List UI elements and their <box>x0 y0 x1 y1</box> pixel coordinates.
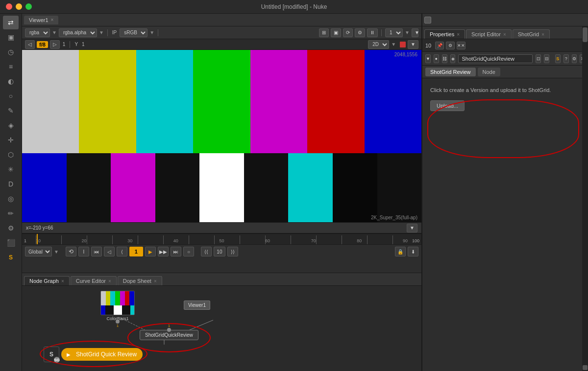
play-fwd-btn[interactable]: ▶ <box>145 247 156 256</box>
toolbar-particles-icon[interactable]: ✳ <box>3 162 19 176</box>
toolbar-arrow-icon[interactable]: ⇄ <box>3 16 19 29</box>
prop-tab-shotgrid-review[interactable]: ShotGrid Review <box>425 68 476 76</box>
sg-play-btn[interactable]: ▶ <box>64 350 73 359</box>
toolbar-layers-icon[interactable]: ◈ <box>3 118 19 132</box>
prev-btn[interactable]: ◁ <box>104 247 115 256</box>
play-mode-select[interactable]: Global <box>25 247 52 256</box>
colorspace-select[interactable]: sRGB <box>120 28 147 37</box>
tab-curve-editor-close[interactable]: × <box>108 278 111 284</box>
toolbar-d-icon[interactable]: D <box>3 177 19 191</box>
alpha-select[interactable]: rgba.alpha <box>59 28 97 37</box>
node-help-btn[interactable]: ? <box>564 54 569 63</box>
toolbar-transform-icon[interactable]: ✛ <box>3 133 19 147</box>
tab-properties-close[interactable]: × <box>457 32 460 37</box>
viewer-chevron-down-2[interactable]: ▼ <box>407 224 417 232</box>
node-settings2-btn[interactable]: ⚙ <box>572 54 577 63</box>
colorbars1-node[interactable]: ColorBars1 1 <box>100 291 135 321</box>
tab-node-graph-close[interactable]: × <box>61 278 64 284</box>
node-name-input[interactable]: ShotGridQuickReview <box>458 54 533 63</box>
toolbar-draw-icon[interactable]: ✎ <box>3 104 19 117</box>
scrollbar-thumb-bottom[interactable] <box>583 365 588 370</box>
maximize-button[interactable] <box>25 3 32 10</box>
step-back-x-btn[interactable]: ⟨⟨ <box>201 247 212 256</box>
node-collapse-btn[interactable]: ▼ <box>425 54 431 63</box>
toolbar-3d-icon[interactable]: ⬡ <box>3 148 19 162</box>
frame-input[interactable] <box>129 247 143 256</box>
tab-script-editor[interactable]: Script Editor × <box>466 29 512 39</box>
tab-shotgrid-close[interactable]: × <box>541 32 544 37</box>
viewer-icon-settings[interactable]: ⚙ <box>355 28 365 37</box>
step-back-btn[interactable]: ⟨ <box>117 247 127 256</box>
mode-select[interactable]: 2D <box>368 40 389 49</box>
skip-start-btn[interactable]: ⏮ <box>91 247 102 256</box>
toolbar-lock-icon[interactable]: ⬛ <box>3 236 19 250</box>
play-fwd-fast-btn[interactable]: ▶▶ <box>158 247 169 256</box>
tab-script-editor-close[interactable]: × <box>503 32 506 37</box>
main-container: ⇄ ▣ ◷ ≡ ◐ ○ ✎ ◈ ✛ ⬡ ✳ D ◎ ✏ ⚙ ⬛ S Viewer… <box>0 14 588 371</box>
tab-shotgrid-label: ShotGrid <box>518 31 539 37</box>
in-point-btn[interactable]: I <box>78 247 89 256</box>
pluge-black2 <box>155 153 200 222</box>
view-options-btn[interactable]: ▼ <box>408 40 418 49</box>
sg-plugin-item[interactable]: ▶ ShotGrid Quick Review <box>61 348 143 361</box>
node-graph-canvas[interactable]: ColorBars1 1 Viewer1 ShotGridQuickReview… <box>22 286 421 371</box>
tab-dope-sheet-close[interactable]: × <box>154 278 157 284</box>
ruler-90: 90 <box>403 238 408 243</box>
separator-2 <box>158 29 158 36</box>
props-pin-btn[interactable]: 📌 <box>435 42 444 49</box>
toolbar-gear-icon[interactable]: ⚙ <box>3 221 19 235</box>
upload-button[interactable]: Upload... <box>430 100 465 111</box>
step-fwd-x-btn[interactable]: ⟩⟩ <box>227 247 238 256</box>
step-input[interactable] <box>214 247 225 256</box>
toolbar-viewer-icon[interactable]: ▣ <box>3 30 19 44</box>
viewer-chevron-down[interactable]: ▼ <box>412 28 418 37</box>
toolbar-globe-icon[interactable]: ◐ <box>3 74 19 88</box>
tab-curve-editor[interactable]: Curve Editor × <box>71 276 117 285</box>
separator-3 <box>381 29 382 36</box>
shotgrid-quick-review-node[interactable]: ShotGridQuickReview 1 <box>140 330 198 340</box>
next-frame-btn[interactable]: ▷ <box>50 40 60 49</box>
viewer-icon-grid[interactable]: ⊞ <box>319 28 329 37</box>
viewer1-tab[interactable]: Viewer1 × <box>24 16 58 24</box>
toolbar-paint-icon[interactable]: ✏ <box>3 207 19 220</box>
tab-dope-sheet-label: Dope Sheet <box>123 278 151 284</box>
skip-end-btn[interactable]: ⏭ <box>171 247 181 256</box>
toolbar-circle-icon[interactable]: ○ <box>3 89 19 103</box>
lock-btn[interactable]: 🔒 <box>395 247 406 256</box>
recycle-btn[interactable]: ⟲ <box>66 247 76 256</box>
props-settings-btn[interactable]: ⚙ <box>446 42 455 49</box>
viewer1-node[interactable]: Viewer1 <box>184 301 210 310</box>
toolbar-sg-icon[interactable]: S <box>3 251 19 264</box>
bottom-tabs: Node Graph × Curve Editor × Dope Sheet × <box>22 273 421 286</box>
node-maximize-btn[interactable]: ⊡ <box>536 54 541 63</box>
zoom-select[interactable]: 1:1 <box>385 28 403 37</box>
channel-select[interactable]: rgba <box>25 28 50 37</box>
node-eye-btn[interactable]: ● <box>434 54 439 63</box>
props-close-all-btn[interactable]: ✕✕ <box>457 42 466 49</box>
prop-tab-node[interactable]: Node <box>478 68 500 76</box>
node-bookmark-btn[interactable]: ◈ <box>450 54 456 63</box>
scrollbar-thumb-top[interactable] <box>583 27 588 42</box>
tab-dope-sheet[interactable]: Dope Sheet × <box>118 276 162 285</box>
right-scrollbar[interactable] <box>582 26 588 371</box>
window-controls[interactable] <box>6 3 32 10</box>
toolbar-list-icon[interactable]: ≡ <box>3 60 19 73</box>
viewer-icon-refresh[interactable]: ⟳ <box>343 28 353 37</box>
viewer-icon-compare[interactable]: ▣ <box>331 28 341 37</box>
close-button[interactable] <box>6 3 12 10</box>
minimize-button[interactable] <box>16 3 22 10</box>
tab-node-graph[interactable]: Node Graph × <box>24 276 70 285</box>
tab-shotgrid[interactable]: ShotGrid × <box>513 29 550 39</box>
record-btn[interactable]: ⬇ <box>408 247 418 256</box>
loop-btn[interactable]: ○ <box>183 247 194 256</box>
node-chain-btn[interactable]: ⛓ <box>442 54 447 63</box>
viewer-icon-pause[interactable]: ⏸ <box>367 28 378 37</box>
tab-properties[interactable]: Properties × <box>424 29 465 39</box>
node-s-btn[interactable]: S <box>555 54 561 63</box>
prev-frame-btn[interactable]: ◁ <box>25 40 35 49</box>
viewer-canvas[interactable]: 2048,1556 2K_Super_35(full-ap) <box>22 50 421 222</box>
toolbar-eye-icon[interactable]: ◎ <box>3 192 19 206</box>
viewer1-tab-close[interactable]: × <box>51 17 54 23</box>
node-minimize-btn[interactable]: ⊟ <box>544 54 549 63</box>
toolbar-clock-icon[interactable]: ◷ <box>3 45 19 59</box>
